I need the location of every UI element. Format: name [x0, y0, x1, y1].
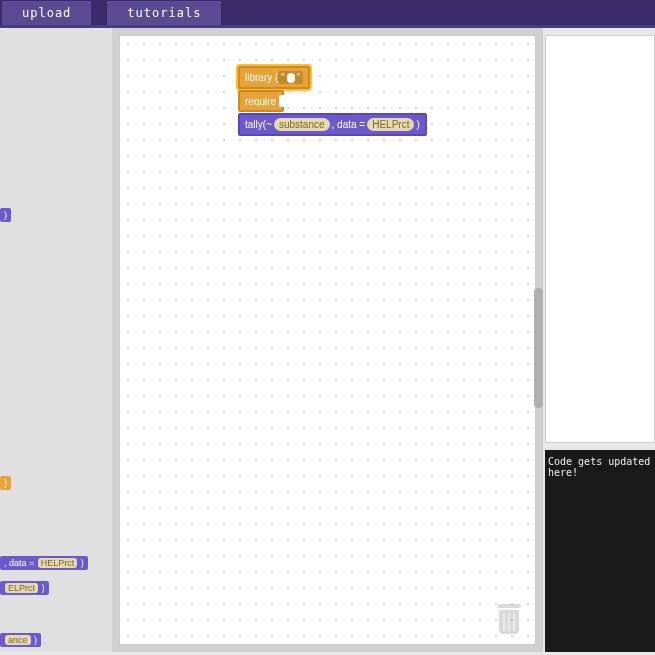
- palette-fragment[interactable]: , data = HELPrct ): [0, 556, 88, 570]
- tutorials-button[interactable]: tutorials: [107, 1, 221, 25]
- fragment-text: , data =: [4, 558, 34, 568]
- fragment-value: HELPrct: [38, 558, 78, 568]
- fragment-text: ): [4, 478, 7, 488]
- variable-slot[interactable]: substance: [274, 118, 330, 131]
- fragment-text: ): [42, 583, 45, 593]
- topbar: upload tutorials: [0, 0, 655, 28]
- block-text: ): [416, 119, 419, 130]
- trash-body: [499, 610, 519, 634]
- upload-button[interactable]: upload: [2, 1, 91, 25]
- block-text: , data =: [332, 119, 366, 130]
- palette-fragment[interactable]: ELPrct ): [0, 581, 49, 595]
- code-panel: Code gets updated here!: [545, 450, 655, 652]
- trash-lid: [497, 604, 521, 608]
- variable-slot[interactable]: HELPrct: [367, 118, 414, 131]
- library-block[interactable]: library ( “ ”: [238, 66, 310, 89]
- code-placeholder: Code gets updated here!: [548, 456, 650, 478]
- empty-slot[interactable]: [279, 95, 289, 107]
- block-stack[interactable]: library ( “ ” require tally(~ substance …: [238, 66, 427, 137]
- string-slot[interactable]: “ ”: [278, 71, 303, 84]
- fragment-value: ELPrct: [5, 583, 38, 593]
- fragment-text: ): [4, 210, 7, 220]
- main-container: ) ) , data = HELPrct ) ELPrct ) ance ): [0, 28, 655, 652]
- block-label: require: [245, 96, 276, 107]
- block-label: library (: [245, 72, 278, 83]
- palette-fragment[interactable]: ): [0, 208, 11, 222]
- tally-block[interactable]: tally(~ substance , data = HELPrct ): [238, 113, 427, 136]
- trash-icon[interactable]: [495, 604, 523, 636]
- palette-fragment[interactable]: ance ): [0, 633, 41, 647]
- fragment-value: ance: [5, 635, 31, 645]
- scrollbar[interactable]: [534, 288, 543, 408]
- empty-slot[interactable]: [287, 73, 295, 83]
- fragment-text: ): [34, 635, 37, 645]
- quote-left: “: [281, 72, 284, 83]
- fragment-text: ): [81, 558, 84, 568]
- block-palette[interactable]: ) ) , data = HELPrct ) ELPrct ) ance ): [0, 28, 112, 652]
- workspace[interactable]: library ( “ ” require tally(~ substance …: [119, 35, 536, 645]
- preview-panel: [545, 35, 655, 443]
- right-panel: Code gets updated here!: [543, 28, 655, 652]
- quote-right: ”: [297, 72, 300, 83]
- block-label: tally(~: [245, 119, 272, 130]
- workspace-container: library ( “ ” require tally(~ substance …: [112, 28, 543, 652]
- palette-fragment[interactable]: ): [0, 476, 11, 490]
- require-block[interactable]: require: [238, 90, 284, 112]
